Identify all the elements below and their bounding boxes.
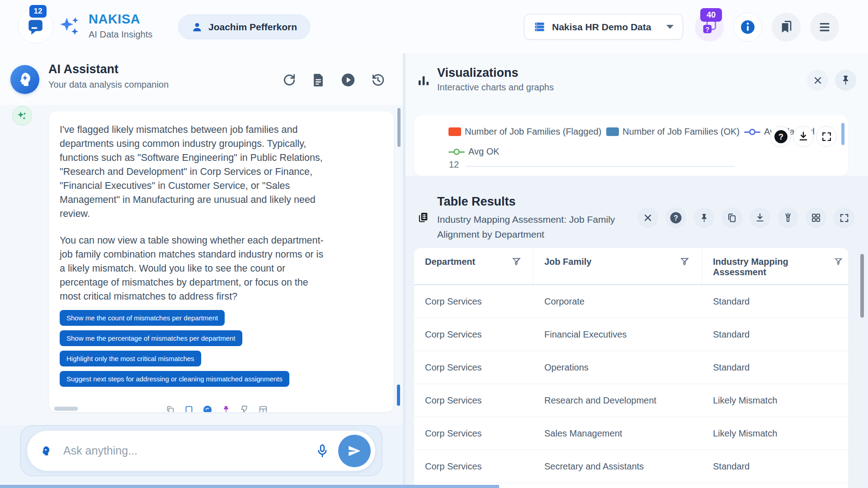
close-visualizations-button[interactable]	[807, 70, 828, 91]
refresh-icon[interactable]	[203, 405, 212, 413]
info-button[interactable]	[733, 13, 762, 42]
message-paragraph: I've flagged likely mismatches between j…	[60, 123, 331, 221]
chat-area: I've flagged likely mismatches between j…	[0, 105, 403, 425]
bookmarks-button[interactable]	[772, 13, 801, 42]
table-row[interactable]: Corp ServicesFinancial ExecutivesStandar…	[414, 318, 848, 351]
suggestion-button[interactable]: Suggest next steps for addressing or cle…	[60, 371, 289, 387]
legend-label: Number of Job Families (Flagged)	[465, 127, 601, 137]
legend-item[interactable]: Number of Job Families (Flagged)	[448, 127, 601, 137]
history-icon[interactable]	[370, 72, 386, 88]
pin-visualizations-button[interactable]	[835, 70, 856, 91]
column-header: Department	[425, 257, 475, 267]
chart-card: Number of Job Families (Flagged) Number …	[414, 115, 848, 176]
fullscreen-icon	[821, 131, 832, 142]
document-icon[interactable]	[311, 72, 326, 88]
table-download-button[interactable]	[750, 207, 770, 228]
send-button[interactable]	[338, 435, 371, 467]
fullscreen-icon	[839, 213, 849, 223]
chart-scrollbar[interactable]	[841, 123, 844, 145]
suggestion-button[interactable]: Highlight only the most critical mismatc…	[60, 351, 201, 366]
svg-text:?: ?	[674, 214, 678, 222]
gridline	[467, 166, 735, 167]
filter-icon[interactable]	[680, 257, 689, 266]
dataset-selector[interactable]: Nakisa HR Demo Data	[524, 14, 683, 40]
ai-head-icon	[40, 445, 52, 457]
chart-fullscreen-button[interactable]	[816, 126, 837, 147]
message-footer	[49, 404, 394, 413]
table-results-section: Table Results Industry Mapping Assessmen…	[406, 176, 868, 488]
bar-chart-icon	[417, 73, 430, 88]
hamburger-icon	[817, 20, 832, 34]
chart-help-button[interactable]: ?	[770, 126, 791, 147]
filter-icon[interactable]	[834, 257, 843, 266]
table-row[interactable]: Corp ServicesCorporateStandard	[414, 285, 848, 318]
menu-button[interactable]	[810, 13, 839, 42]
svg-text:?: ?	[705, 26, 709, 33]
input-zone	[0, 425, 403, 488]
help-button[interactable]: ? 40	[695, 13, 724, 42]
bottom-accent-strip	[0, 485, 499, 488]
user-name: Joachim Pefferkorn	[208, 22, 297, 33]
timestamp-cutoff	[54, 407, 78, 411]
assistant-header: AI Assistant Your data analysis companio…	[0, 53, 403, 105]
visualizations-panel: Visualizations Interactive charts and gr…	[406, 53, 868, 488]
table-fullscreen-button[interactable]	[834, 207, 854, 228]
filter-icon[interactable]	[512, 257, 521, 266]
table-layout-button[interactable]	[806, 207, 826, 228]
assistant-panel: AI Assistant Your data analysis companio…	[0, 53, 403, 488]
legend-marker-avg-flagged	[744, 129, 760, 135]
table-icon[interactable]	[258, 405, 268, 413]
chart-download-button[interactable]	[793, 126, 814, 147]
legend-swatch-flagged	[448, 127, 461, 136]
thumbs-down-icon[interactable]	[240, 405, 250, 413]
table-results-subtitle: Industry Mapping Assessment: Job Family …	[437, 212, 638, 242]
unread-badge: 12	[29, 5, 47, 18]
table-toolbar: ?	[637, 207, 854, 228]
pin-icon[interactable]	[221, 405, 231, 413]
play-icon[interactable]	[340, 72, 356, 88]
visualizations-subtitle: Interactive charts and graphs	[437, 82, 554, 93]
chat-scrollbar[interactable]	[397, 108, 401, 147]
save-icon[interactable]	[184, 405, 194, 413]
column-header: Job Family	[544, 257, 591, 267]
brand-subtitle: AI Data Insights	[89, 29, 152, 40]
y-axis-tick: 12	[449, 160, 459, 170]
info-icon	[740, 19, 756, 35]
message-scrollbar[interactable]	[397, 385, 400, 406]
download-icon	[797, 131, 809, 142]
mic-icon[interactable]	[315, 443, 330, 459]
suggestion-button[interactable]: Show me the percentage of mismatches per…	[60, 330, 242, 346]
table-row[interactable]: Corp ServicesSecretary and AssistantsSta…	[414, 450, 848, 483]
data-list-icon	[533, 21, 546, 33]
legend-label: Avg OK	[468, 146, 500, 157]
app-logo[interactable]: 12	[18, 8, 53, 43]
table-copy-button[interactable]	[722, 207, 742, 228]
question-icon: ?	[774, 129, 788, 144]
help-stack-icon: ?	[702, 19, 717, 35]
suggestion-button[interactable]: Show me the count of mismatches per depa…	[60, 310, 225, 326]
pin-icon	[699, 213, 709, 223]
pin-icon	[840, 75, 851, 86]
bookmark-icon	[779, 20, 793, 34]
message-avatar	[12, 106, 32, 126]
grid-icon	[811, 212, 821, 223]
table-row[interactable]: Corp ServicesResearch and DevelopmentLik…	[414, 384, 848, 417]
table-insights-button[interactable]	[778, 207, 798, 228]
legend-item[interactable]: Number of Job Families (OK)	[606, 127, 740, 137]
table-row[interactable]: Corp ServicesOperationsStandard	[414, 351, 848, 384]
user-menu-button[interactable]: Joachim Pefferkorn	[178, 14, 310, 39]
table-header-row: Department Job Family Industry Mapping A…	[414, 248, 848, 285]
legend-label: Number of Job Families (OK)	[623, 127, 740, 137]
legend-item[interactable]: Avg OK	[448, 146, 500, 157]
copy-icon[interactable]	[165, 405, 175, 413]
refresh-icon[interactable]	[282, 72, 297, 88]
table-close-button[interactable]	[637, 207, 658, 228]
table-row[interactable]: Corp ServicesSales ManagementLikely Mism…	[414, 417, 848, 450]
panel-scrollbar[interactable]	[860, 254, 864, 318]
download-icon	[755, 212, 765, 223]
table-pin-button[interactable]	[693, 207, 714, 228]
table-help-button[interactable]: ?	[665, 207, 686, 228]
ask-input[interactable]	[63, 444, 315, 457]
person-icon	[191, 21, 203, 33]
torch-icon	[783, 212, 793, 223]
